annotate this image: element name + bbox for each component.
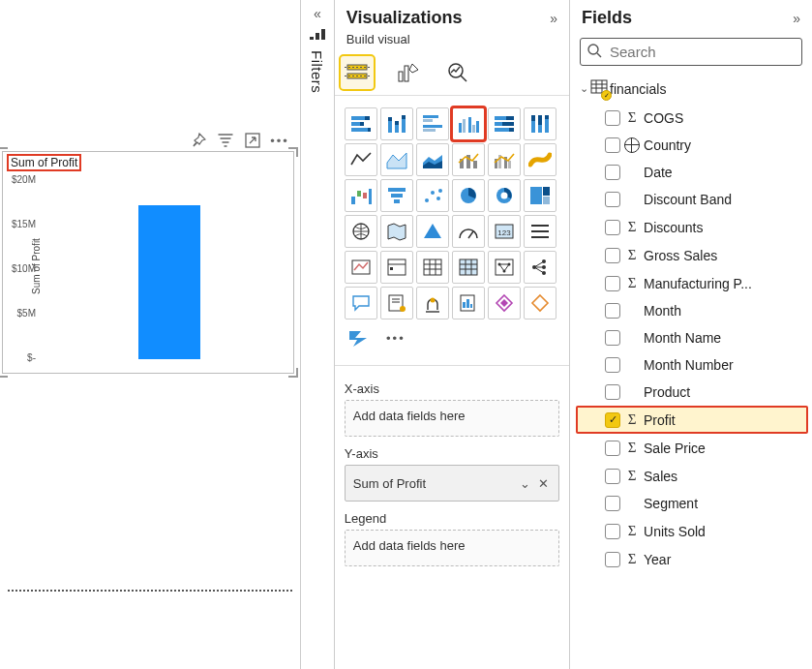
viz-treemap[interactable] — [524, 179, 556, 212]
field-checkbox[interactable] — [605, 137, 620, 153]
tab-format-visual[interactable] — [391, 56, 424, 89]
field-checkbox[interactable] — [605, 412, 620, 428]
viz-scatter[interactable] — [416, 179, 449, 212]
field-row[interactable]: ΣManufacturing P... — [576, 269, 808, 297]
field-row[interactable]: ΣUnits Sold — [576, 517, 808, 545]
field-row[interactable]: ΣCOGS — [576, 104, 808, 132]
svg-rect-70 — [543, 187, 550, 196]
viz-pie[interactable] — [452, 179, 485, 212]
viz-paginated-report[interactable] — [452, 287, 485, 319]
field-checkbox[interactable] — [605, 524, 620, 539]
viz-clustered-column[interactable] — [452, 107, 485, 140]
viz-100-stacked-column[interactable] — [524, 107, 556, 140]
viz-goals[interactable] — [416, 287, 449, 319]
more-options-icon[interactable]: ••• — [271, 132, 288, 149]
viz-table[interactable] — [416, 251, 449, 284]
viz-line[interactable] — [345, 143, 377, 176]
search-input[interactable] — [608, 43, 796, 61]
field-checkbox[interactable] — [605, 110, 620, 126]
focus-mode-icon[interactable] — [244, 132, 261, 149]
chevron-down-icon[interactable]: ⌄ — [518, 476, 532, 491]
viz-kpi[interactable] — [345, 251, 377, 284]
field-checkbox[interactable] — [605, 165, 620, 180]
viz-ribbon[interactable] — [524, 143, 556, 176]
field-checkbox[interactable] — [605, 220, 620, 235]
field-checkbox[interactable] — [605, 496, 620, 511]
field-row[interactable]: Month Number — [576, 351, 808, 379]
viz-donut[interactable] — [488, 179, 521, 212]
expand-filters-icon[interactable]: « — [314, 6, 321, 21]
viz-100-stacked-bar[interactable] — [488, 107, 521, 140]
field-row[interactable]: ΣSale Price — [576, 434, 808, 462]
field-checkbox[interactable] — [605, 384, 620, 400]
viz-power-apps[interactable] — [488, 287, 521, 319]
yaxis-field[interactable]: Sum of Profit — [353, 476, 426, 491]
viz-area[interactable] — [380, 143, 413, 176]
viz-python[interactable] — [524, 287, 556, 319]
viz-map[interactable] — [345, 215, 377, 248]
field-row[interactable]: Product — [576, 379, 808, 406]
legend-well[interactable]: Add data fields here — [345, 530, 559, 566]
viz-filled-map[interactable] — [380, 215, 413, 248]
tab-build-visual[interactable] — [341, 56, 374, 89]
field-checkbox[interactable] — [605, 276, 620, 291]
field-checkbox[interactable] — [605, 192, 620, 207]
field-checkbox[interactable] — [605, 441, 620, 456]
field-row[interactable]: Country — [576, 132, 808, 159]
bar[interactable] — [138, 205, 200, 359]
field-checkbox[interactable] — [605, 552, 620, 567]
viz-r-script[interactable] — [488, 251, 521, 284]
remove-field-icon[interactable]: ✕ — [536, 476, 551, 491]
viz-card[interactable]: 123 — [488, 215, 521, 248]
viz-matrix[interactable] — [452, 251, 485, 284]
xaxis-well[interactable]: Add data fields here — [345, 400, 559, 437]
viz-qa[interactable] — [345, 287, 377, 319]
collapse-visualizations-icon[interactable]: » — [550, 11, 557, 26]
viz-narrative[interactable] — [380, 287, 413, 319]
field-row[interactable]: Segment — [576, 490, 808, 517]
viz-power-automate[interactable] — [345, 322, 376, 353]
viz-waterfall[interactable] — [345, 179, 377, 212]
filter-icon[interactable] — [217, 132, 234, 149]
field-checkbox[interactable] — [605, 303, 620, 319]
chevron-down-icon[interactable]: ⌄ — [580, 82, 588, 95]
viz-stacked-area[interactable] — [416, 143, 449, 176]
field-row[interactable]: ΣGross Sales — [576, 241, 808, 269]
resize-handle-tr[interactable] — [288, 147, 298, 157]
field-checkbox[interactable] — [605, 357, 620, 373]
yaxis-well[interactable]: Sum of Profit ⌄ ✕ — [345, 465, 559, 502]
collapse-fields-icon[interactable]: » — [793, 11, 800, 26]
field-row[interactable]: Discount Band — [576, 186, 808, 213]
viz-stacked-column[interactable] — [380, 107, 413, 140]
field-row[interactable]: ΣYear — [576, 545, 808, 573]
tab-analytics[interactable] — [441, 56, 474, 89]
field-checkbox[interactable] — [605, 248, 620, 263]
fields-search[interactable] — [580, 38, 802, 66]
viz-stacked-bar[interactable] — [345, 107, 377, 140]
pin-icon[interactable] — [190, 132, 207, 149]
viz-multi-row-card[interactable] — [524, 215, 556, 248]
field-row[interactable]: Date — [576, 159, 808, 186]
viz-decomposition-tree[interactable] — [524, 251, 556, 284]
resize-handle-br[interactable] — [288, 368, 298, 378]
viz-azure-map[interactable] — [416, 215, 449, 248]
field-row[interactable]: ΣSales — [576, 462, 808, 490]
viz-line-clustered-column[interactable] — [488, 143, 521, 176]
viz-more-visuals[interactable]: ••• — [380, 322, 411, 353]
resize-handle-bl[interactable] — [0, 368, 8, 378]
viz-clustered-bar[interactable] — [416, 107, 449, 140]
viz-funnel[interactable] — [380, 179, 413, 212]
field-row[interactable]: ΣProfit — [576, 406, 808, 434]
report-canvas[interactable]: ••• Sum of Profit Sum of Profit $20M $15… — [0, 0, 301, 669]
field-checkbox[interactable] — [605, 330, 620, 346]
viz-gauge[interactable] — [452, 215, 485, 248]
table-node[interactable]: ⌄ ✓ financials — [576, 74, 808, 104]
field-row[interactable]: Month — [576, 297, 808, 324]
chart-visual[interactable]: Sum of Profit Sum of Profit $20M $15M $1… — [2, 151, 294, 374]
field-row[interactable]: ΣDiscounts — [576, 213, 808, 241]
filters-pane-collapsed[interactable]: « Filters — [301, 0, 335, 669]
viz-line-stacked-column[interactable] — [452, 143, 485, 176]
field-checkbox[interactable] — [605, 469, 620, 484]
field-row[interactable]: Month Name — [576, 324, 808, 351]
viz-slicer[interactable] — [380, 251, 413, 284]
